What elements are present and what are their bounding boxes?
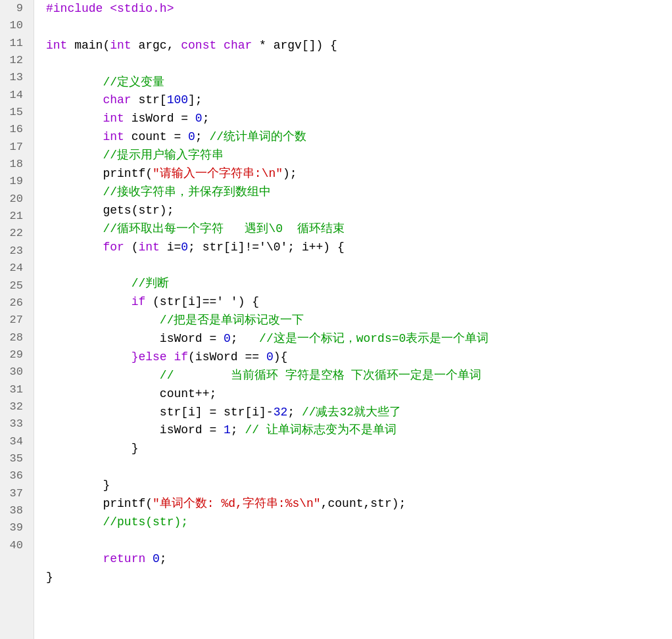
code-line: // 当前循环 字符是空格 下次循环一定是一个单词 [46, 367, 672, 385]
line-number: 29 [7, 346, 27, 364]
line-number: 18 [7, 156, 27, 173]
code-line: gets(str); [46, 202, 672, 220]
code-line: int count = 0; //统计单词的个数 [46, 128, 672, 147]
code-token: 0 [195, 112, 203, 125]
code-token: //定义变量 [103, 76, 164, 89]
code-token: ,count,str); [321, 497, 406, 510]
code-token [145, 552, 153, 565]
code-line: str[i] = str[i]-32; //减去32就大些了 [46, 404, 672, 422]
code-token: //统计单词的个数 [209, 130, 306, 143]
code-token: ; [287, 406, 302, 419]
line-number: 40 [7, 537, 27, 554]
code-line: //提示用户输入字符串 [46, 147, 672, 165]
code-token: } [46, 571, 53, 584]
code-line: printf("请输入一个字符串:\n"); [46, 165, 672, 183]
code-token: //接收字符串，并保存到数组中 [103, 185, 271, 199]
code-line: //接收字符串，并保存到数组中 [46, 183, 672, 202]
code-line: #include <stdio.h> [46, 0, 672, 18]
code-token [46, 185, 103, 199]
code-token: printf( [103, 167, 153, 180]
code-token: 0 [181, 241, 188, 254]
code-token [46, 241, 103, 254]
code-token: 32 [274, 406, 288, 419]
code-token: #include <stdio.h> [46, 2, 174, 15]
code-token [46, 93, 103, 106]
line-number: 34 [7, 433, 27, 450]
code-token: "单词个数: %d,字符串:%s\n" [153, 497, 321, 510]
code-token [46, 222, 103, 235]
code-line: char str[100]; [46, 91, 672, 110]
code-line: //判断 [46, 275, 672, 293]
code-line [46, 55, 672, 74]
code-token [46, 350, 132, 364]
code-token: isWord = [160, 423, 224, 437]
line-number: 31 [7, 381, 27, 398]
code-line [46, 532, 672, 550]
code-token: ; [203, 112, 210, 125]
line-number: 37 [7, 485, 27, 502]
code-area[interactable]: #include <stdio.h> int main(int argc, co… [34, 0, 672, 639]
code-token: char [224, 39, 252, 52]
code-line: } [46, 569, 672, 587]
line-number: 26 [7, 295, 27, 312]
code-token [46, 314, 160, 327]
code-token: int [103, 112, 124, 125]
code-token: ; [195, 130, 210, 143]
code-line: } [46, 440, 672, 458]
code-token: 0 [224, 332, 231, 345]
line-number: 11 [7, 35, 27, 52]
code-token [46, 204, 103, 217]
code-token [46, 406, 160, 419]
code-token: int [110, 39, 131, 52]
code-editor: 9101112131415161718192021222324252627282… [0, 0, 672, 639]
code-token [46, 76, 103, 89]
code-token: (str[i]==' ') { [145, 295, 259, 308]
code-token [46, 423, 160, 437]
line-number: 32 [7, 398, 27, 415]
code-token: ; [160, 552, 167, 565]
code-line: //puts(str); [46, 513, 672, 532]
code-token: //提示用户输入字符串 [103, 149, 224, 162]
code-token [46, 497, 103, 510]
code-token: //puts(str); [103, 515, 188, 529]
code-token: } [132, 442, 139, 455]
code-token: int [46, 39, 67, 52]
code-token: * argv[]) { [252, 39, 337, 52]
code-line: int main(int argc, const char * argv[]) … [46, 37, 672, 55]
code-token: //减去32就大些了 [302, 406, 401, 419]
code-token: ; [231, 423, 245, 437]
line-number: 21 [7, 208, 27, 225]
line-number: 36 [7, 467, 27, 485]
line-number: 39 [7, 519, 27, 536]
code-token: ( [124, 241, 139, 254]
code-token [46, 332, 160, 345]
code-token: gets(str); [103, 204, 174, 217]
code-token [46, 442, 132, 455]
code-token: int [103, 130, 124, 143]
code-line: for (int i=0; str[i]!='\0'; i++) { [46, 239, 672, 257]
code-token [46, 552, 103, 565]
code-token: 0 [188, 130, 195, 143]
code-token [46, 387, 160, 400]
code-token: count = [124, 130, 188, 143]
code-token: 1 [224, 423, 231, 437]
code-line: return 0; [46, 550, 672, 569]
code-token: 0 [266, 350, 274, 364]
code-token: str[ [132, 93, 167, 106]
line-number: 15 [7, 104, 27, 121]
code-token: int [138, 241, 159, 254]
code-token: for [103, 241, 124, 254]
code-token: 0 [153, 552, 160, 565]
line-number: 14 [7, 87, 27, 104]
code-token: const [181, 39, 216, 52]
line-number: 27 [7, 312, 27, 329]
code-line [46, 458, 672, 477]
code-token: ; str[i]!='\0'; i++) { [188, 241, 345, 254]
code-token [216, 39, 224, 52]
line-number: 38 [7, 502, 27, 519]
code-token: str[i] = str[i]- [160, 406, 274, 419]
code-token: ]; [188, 93, 203, 106]
code-line: isWord = 1; // 让单词标志变为不是单词 [46, 421, 672, 440]
code-token [46, 295, 132, 308]
code-token: return [103, 552, 145, 565]
